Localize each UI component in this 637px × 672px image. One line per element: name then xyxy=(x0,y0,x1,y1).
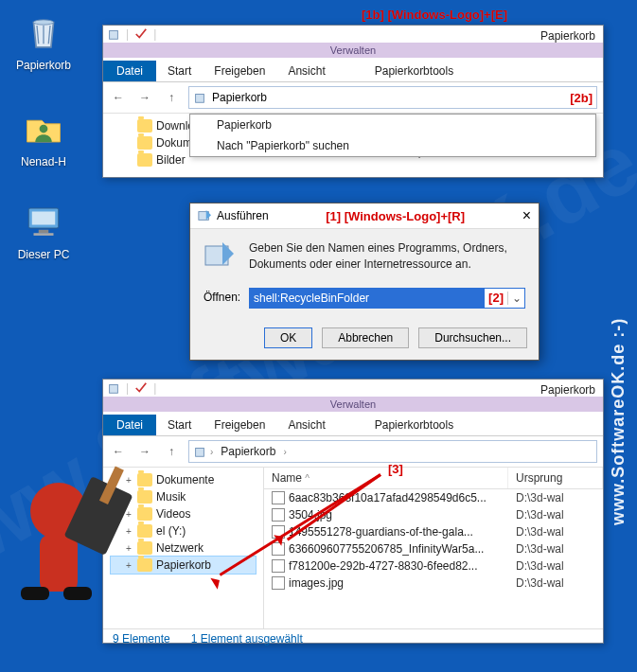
chevron-right-icon[interactable]: › xyxy=(283,447,286,457)
run-button-row: OK Abbrechen Durchsuchen... xyxy=(190,320,539,360)
address-dropdown: Papierkorb Nach "Papierkorb" suchen xyxy=(189,114,596,157)
file-row[interactable]: 636609607755206785_InfinityWar5a...D:\3d… xyxy=(264,540,603,557)
svg-rect-4 xyxy=(39,230,49,234)
recyclebin-small-icon xyxy=(193,91,206,104)
tree-label: el (Y:) xyxy=(156,524,186,538)
recyclebin-small-icon xyxy=(193,445,206,458)
dropdown-item[interactable]: Nach "Papierkorb" suchen xyxy=(190,135,595,156)
address-bar[interactable]: [2b] Papierkorb Nach "Papierkorb" suchen xyxy=(188,86,597,109)
annotation-2b: [2b] xyxy=(570,91,593,105)
run-input[interactable] xyxy=(250,289,485,308)
run-titlebar: Ausführen [1] [Windows-Logo]+[R] × xyxy=(190,203,539,229)
explorer-window-top: | | Papierkorb Verwalten Datei Start Fre… xyxy=(102,25,604,178)
run-title-text: Ausführen xyxy=(217,209,269,222)
svg-rect-5 xyxy=(34,233,54,236)
breadcrumb-item[interactable]: Papierkorb xyxy=(217,443,279,460)
tab-start[interactable]: Start xyxy=(156,415,203,435)
folder-icon xyxy=(137,541,152,555)
file-origin: D:\3d-wal xyxy=(508,491,603,504)
context-label: Verwalten xyxy=(103,397,603,412)
svg-rect-7 xyxy=(196,95,204,103)
desktop-icon-recyclebin[interactable]: Papierkorb xyxy=(9,9,78,72)
ribbon-context-group: Verwalten xyxy=(103,43,603,58)
window-title: Papierkorb xyxy=(540,383,595,397)
tab-share[interactable]: Freigeben xyxy=(203,415,276,435)
run-input-wrap: [2] ⌄ xyxy=(249,288,525,309)
file-icon xyxy=(272,576,285,590)
nav-up-icon[interactable]: ↑ xyxy=(162,88,181,107)
file-tab[interactable]: Datei xyxy=(103,61,156,81)
close-icon[interactable]: × xyxy=(522,207,531,224)
check-icon[interactable] xyxy=(134,381,148,395)
folder-icon xyxy=(137,524,152,538)
tab-recyclebin-tools[interactable]: Papierkorbtools xyxy=(363,61,465,81)
tab-start[interactable]: Start xyxy=(156,61,203,81)
folder-icon xyxy=(137,558,152,572)
run-open-label: Öffnen: xyxy=(203,288,241,304)
tab-view[interactable]: Ansicht xyxy=(276,61,336,81)
cancel-button[interactable]: Abbrechen xyxy=(322,327,409,348)
ok-button[interactable]: OK xyxy=(264,327,312,348)
chevron-right-icon[interactable]: › xyxy=(210,447,213,457)
tab-share[interactable]: Freigeben xyxy=(203,61,276,81)
file-row[interactable]: 6aac83b363f10a17afad4298549d6c5...D:\3d-… xyxy=(264,489,603,506)
file-icon xyxy=(272,491,285,504)
browse-button[interactable]: Durchsuchen... xyxy=(418,327,527,348)
file-tab[interactable]: Datei xyxy=(103,415,156,435)
file-icon xyxy=(272,559,285,573)
file-row[interactable]: images.jpgD:\3d-wal xyxy=(264,575,603,592)
divider: | xyxy=(153,27,156,41)
ribbon-tabs: Datei Start Freigeben Ansicht Papierkorb… xyxy=(103,412,603,436)
tree-label: Videos xyxy=(156,507,190,521)
tab-view[interactable]: Ansicht xyxy=(276,415,336,435)
status-count: 9 Elemente xyxy=(113,632,170,645)
dropdown-item[interactable]: Papierkorb xyxy=(190,115,595,135)
file-origin: D:\3d-wal xyxy=(508,576,603,590)
run-description: Geben Sie den Namen eines Programms, Ord… xyxy=(249,240,525,273)
watermark-vertical: www.SoftwareOK.de :-) xyxy=(609,189,631,653)
address-bar[interactable]: › Papierkorb › xyxy=(188,440,597,463)
tree-label: Musik xyxy=(156,490,186,504)
file-origin: D:\3d-wal xyxy=(508,559,603,573)
window-quickaccess: | | Papierkorb xyxy=(103,26,603,43)
nav-forward-icon[interactable]: → xyxy=(135,88,154,107)
dropdown-icon[interactable]: ⌄ xyxy=(507,292,524,305)
user-folder-icon xyxy=(21,106,66,151)
mascot-character xyxy=(11,464,134,634)
file-origin: D:\3d-wal xyxy=(508,542,603,556)
address-input[interactable] xyxy=(210,89,566,106)
desktop-icon-user[interactable]: Nenad-H xyxy=(9,106,78,168)
nav-up-icon[interactable]: ↑ xyxy=(162,442,181,461)
nav-forward-icon[interactable]: → xyxy=(135,442,154,461)
ribbon-tabs: Datei Start Freigeben Ansicht Papierkorb… xyxy=(103,58,603,82)
folder-icon xyxy=(137,507,152,521)
desktop-icon-label: Nenad-H xyxy=(9,155,78,168)
tree-label: Bilder xyxy=(156,153,186,167)
column-name[interactable]: Name ^ xyxy=(264,468,508,488)
file-name: 1495551278-guardians-of-the-gala... xyxy=(289,525,473,539)
file-row[interactable]: f781200e-292b-4727-8830-6feed82...D:\3d-… xyxy=(264,557,603,575)
recyclebin-small-icon xyxy=(107,27,120,41)
column-origin[interactable]: Ursprung xyxy=(508,468,603,488)
sort-asc-icon: ^ xyxy=(305,473,310,484)
file-name: f781200e-292b-4727-8830-6feed82... xyxy=(289,559,478,573)
desktop-icon-label: Dieser PC xyxy=(9,248,78,261)
tree-label: Papierkorb xyxy=(156,558,211,572)
window-quickaccess: | | Papierkorb xyxy=(103,380,603,397)
annotation-1: [1] [Windows-Logo]+[R] xyxy=(326,209,465,223)
desktop-icon-thispc[interactable]: Dieser PC xyxy=(9,199,78,261)
ribbon-context-group: Verwalten xyxy=(103,397,603,412)
annotation-1b: [1b] [Windows-Logo]+[E] xyxy=(362,8,507,22)
divider: | xyxy=(153,381,156,395)
nav-back-icon[interactable]: ← xyxy=(109,88,128,107)
svg-point-0 xyxy=(34,20,54,25)
folder-icon xyxy=(137,136,152,150)
annotation-2: [2] xyxy=(485,291,507,305)
folder-icon xyxy=(137,473,152,486)
nav-back-icon[interactable]: ← xyxy=(109,442,128,461)
file-row[interactable]: 1495551278-guardians-of-the-gala...D:\3d… xyxy=(264,523,603,540)
tab-recyclebin-tools[interactable]: Papierkorbtools xyxy=(363,415,465,435)
recyclebin-icon xyxy=(21,9,66,55)
desktop-icon-label: Papierkorb xyxy=(9,59,78,72)
check-icon[interactable] xyxy=(134,27,148,41)
